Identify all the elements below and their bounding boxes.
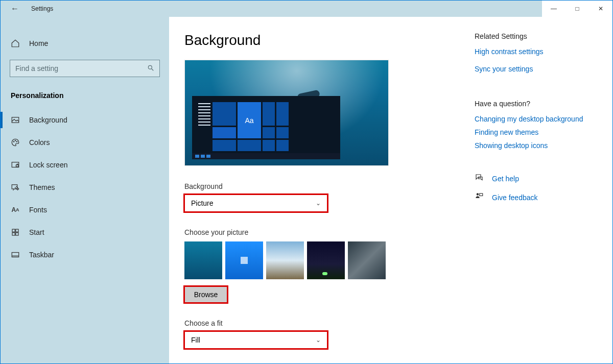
choose-picture-label: Choose your picture	[184, 228, 459, 236]
sidebar-item-background[interactable]: Background	[1, 109, 169, 131]
right-column: Related Settings High contrast settings …	[475, 17, 612, 363]
svg-point-5	[16, 141, 17, 142]
fit-dropdown-value: Fill	[191, 336, 200, 344]
question-head: Have a question?	[475, 100, 602, 108]
svg-line-1	[152, 68, 154, 70]
sidebar-item-label: Themes	[29, 183, 55, 191]
themes-icon	[11, 183, 20, 192]
sidebar-item-fonts[interactable]: AA Fonts	[1, 199, 169, 221]
svg-rect-13	[12, 253, 19, 257]
link-high-contrast[interactable]: High contrast settings	[475, 47, 602, 56]
search-placeholder: Find a setting	[15, 64, 58, 72]
fit-dropdown[interactable]: Fill ⌄	[184, 331, 327, 349]
sidebar-item-label: Fonts	[29, 206, 47, 214]
search-input[interactable]: Find a setting	[10, 60, 160, 77]
svg-point-0	[148, 65, 152, 69]
feedback-icon	[475, 192, 484, 203]
svg-point-4	[15, 140, 16, 141]
preview-sample-text: Aa	[238, 102, 261, 138]
sidebar-item-colors[interactable]: Colors	[1, 131, 169, 154]
picture-thumb-1[interactable]	[184, 241, 222, 279]
maximize-button[interactable]: □	[565, 1, 589, 17]
window-controls: ― □ ✕	[542, 1, 612, 17]
sidebar-item-taskbar[interactable]: Taskbar	[1, 244, 169, 266]
choose-fit-label: Choose a fit	[184, 319, 459, 327]
svg-rect-16	[480, 193, 483, 196]
sidebar: Home Find a setting Personalization Back…	[1, 17, 169, 363]
picture-thumb-4[interactable]	[307, 241, 345, 279]
link-find-themes[interactable]: Finding new themes	[475, 128, 602, 136]
chevron-down-icon: ⌄	[316, 336, 321, 344]
minimize-button[interactable]: ―	[542, 1, 565, 17]
link-feedback[interactable]: Give feedback	[492, 193, 538, 202]
start-icon	[11, 228, 20, 237]
svg-rect-12	[16, 233, 18, 235]
desktop-preview: Aa	[184, 60, 389, 166]
svg-rect-9	[12, 229, 15, 232]
sidebar-item-label: Start	[29, 228, 44, 236]
picture-thumb-5[interactable]	[348, 241, 386, 279]
link-desktop-icons[interactable]: Showing desktop icons	[475, 141, 602, 150]
svg-point-15	[477, 193, 479, 196]
svg-rect-7	[16, 165, 19, 167]
picture-icon	[11, 115, 20, 125]
get-help-row[interactable]: Get help	[475, 173, 602, 184]
home-icon	[11, 39, 20, 48]
link-change-background[interactable]: Changing my desktop background	[475, 115, 602, 123]
lock-screen-icon	[11, 160, 20, 169]
svg-rect-10	[16, 229, 18, 232]
search-icon	[147, 64, 154, 73]
palette-icon	[11, 138, 20, 147]
sidebar-item-label: Background	[29, 116, 67, 124]
sidebar-item-start[interactable]: Start	[1, 221, 169, 244]
titlebar: ← Settings ― □ ✕	[1, 1, 612, 17]
page-title: Background	[184, 32, 459, 48]
background-label: Background	[184, 182, 459, 190]
related-settings-head: Related Settings	[475, 32, 602, 40]
picture-thumb-3[interactable]	[266, 241, 304, 279]
link-get-help[interactable]: Get help	[492, 175, 519, 183]
svg-rect-11	[12, 233, 15, 235]
sidebar-item-themes[interactable]: Themes	[1, 176, 169, 199]
close-button[interactable]: ✕	[589, 1, 612, 17]
home-button[interactable]: Home	[1, 31, 169, 56]
browse-button[interactable]: Browse	[184, 286, 227, 303]
home-label: Home	[29, 39, 48, 47]
fonts-icon: AA	[11, 205, 20, 214]
svg-point-3	[13, 141, 14, 142]
background-dropdown[interactable]: Picture ⌄	[184, 195, 327, 212]
link-sync-settings[interactable]: Sync your settings	[475, 65, 602, 73]
sidebar-item-label: Lock screen	[29, 161, 67, 169]
settings-window: ← Settings ― □ ✕ Home Find a setting Pe	[0, 0, 613, 364]
taskbar-icon	[11, 250, 20, 259]
sidebar-item-lock-screen[interactable]: Lock screen	[1, 154, 169, 176]
background-dropdown-value: Picture	[191, 199, 214, 207]
sidebar-item-label: Colors	[29, 138, 50, 147]
chat-icon	[475, 173, 484, 184]
picture-thumbnails	[184, 241, 459, 279]
feedback-row[interactable]: Give feedback	[475, 192, 602, 203]
chevron-down-icon: ⌄	[316, 200, 321, 207]
main-content: Background Aa	[169, 17, 475, 363]
category-label: Personalization	[1, 86, 169, 109]
picture-thumb-2[interactable]	[225, 241, 263, 279]
sidebar-item-label: Taskbar	[29, 251, 54, 259]
back-button[interactable]: ←	[11, 4, 19, 13]
window-title: Settings	[31, 5, 53, 12]
